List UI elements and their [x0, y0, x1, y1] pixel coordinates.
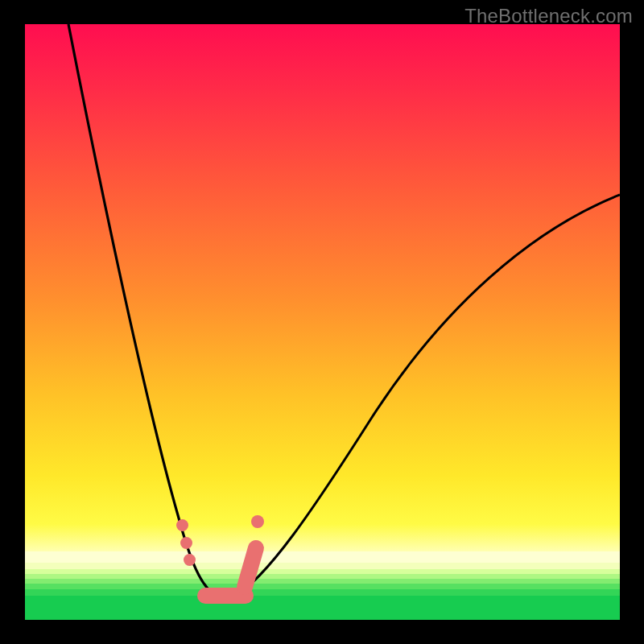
bottleneck-curves — [25, 24, 620, 620]
right-curve — [233, 195, 620, 597]
marker-dot — [184, 554, 196, 566]
left-curve — [68, 24, 218, 597]
plot-area — [25, 24, 620, 620]
marker-dot — [176, 519, 188, 531]
marker-dot — [180, 537, 192, 549]
watermark-label: TheBottleneck.com — [464, 5, 633, 27]
chart-frame: TheBottleneck.com — [0, 0, 644, 644]
marker-dot — [251, 515, 264, 528]
